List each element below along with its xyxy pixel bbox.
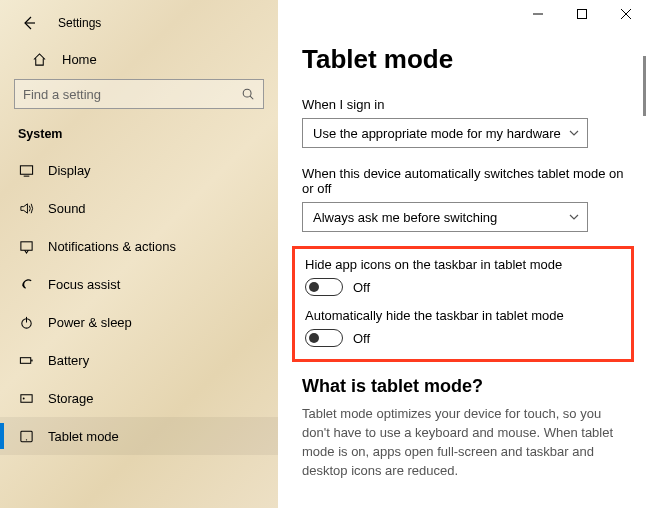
focus-assist-icon xyxy=(18,276,34,292)
sidebar-item-label: Storage xyxy=(48,391,94,406)
svg-point-7 xyxy=(22,397,24,399)
chevron-down-icon xyxy=(569,212,579,222)
signin-dropdown[interactable]: Use the appropriate mode for my hardware xyxy=(302,118,588,148)
signin-label: When I sign in xyxy=(302,97,624,112)
svg-rect-10 xyxy=(578,10,587,19)
minimize-button[interactable] xyxy=(516,0,560,28)
sidebar-item-label: Display xyxy=(48,163,91,178)
toggle-state: Off xyxy=(353,331,370,346)
nav-home[interactable]: Home xyxy=(0,42,278,79)
search-icon xyxy=(241,87,255,101)
storage-icon xyxy=(18,390,34,406)
sub-heading: What is tablet mode? xyxy=(302,376,624,397)
sidebar-item-tablet-mode[interactable]: Tablet mode xyxy=(0,417,278,455)
sidebar-item-battery[interactable]: Battery xyxy=(0,341,278,379)
sidebar-item-label: Battery xyxy=(48,353,89,368)
sound-icon xyxy=(18,200,34,216)
scrollbar[interactable] xyxy=(643,56,646,116)
maximize-button[interactable] xyxy=(560,0,604,28)
tablet-icon xyxy=(18,428,34,444)
hide-taskbar-toggle[interactable] xyxy=(305,329,343,347)
sidebar-item-sound[interactable]: Sound xyxy=(0,189,278,227)
page-title: Tablet mode xyxy=(302,44,624,75)
toggle-state: Off xyxy=(353,280,370,295)
sidebar: Settings Home System Display Sound xyxy=(0,0,278,508)
toggle-label: Hide app icons on the taskbar in tablet … xyxy=(305,257,621,272)
sidebar-item-power-sleep[interactable]: Power & sleep xyxy=(0,303,278,341)
svg-rect-1 xyxy=(20,165,32,173)
description: Tablet mode optimizes your device for to… xyxy=(302,405,624,480)
section-label: System xyxy=(0,123,278,151)
sidebar-item-label: Notifications & actions xyxy=(48,239,176,254)
svg-rect-4 xyxy=(20,357,30,363)
dropdown-value: Use the appropriate mode for my hardware xyxy=(313,126,561,141)
highlight-box: Hide app icons on the taskbar in tablet … xyxy=(292,246,634,362)
svg-rect-5 xyxy=(31,359,32,361)
display-icon xyxy=(18,162,34,178)
sidebar-item-label: Focus assist xyxy=(48,277,120,292)
sidebar-item-notifications[interactable]: Notifications & actions xyxy=(0,227,278,265)
sidebar-item-focus-assist[interactable]: Focus assist xyxy=(0,265,278,303)
switch-label: When this device automatically switches … xyxy=(302,166,624,196)
home-icon xyxy=(32,52,48,67)
sidebar-item-label: Sound xyxy=(48,201,86,216)
search-input[interactable] xyxy=(14,79,264,109)
power-icon xyxy=(18,314,34,330)
sidebar-item-display[interactable]: Display xyxy=(0,151,278,189)
svg-point-9 xyxy=(25,439,26,440)
notifications-icon xyxy=(18,238,34,254)
sidebar-item-label: Power & sleep xyxy=(48,315,132,330)
chevron-down-icon xyxy=(569,128,579,138)
sidebar-item-label: Tablet mode xyxy=(48,429,119,444)
close-button[interactable] xyxy=(604,0,648,28)
svg-rect-6 xyxy=(20,394,31,402)
svg-rect-2 xyxy=(20,241,31,249)
svg-point-0 xyxy=(243,89,251,97)
window-title: Settings xyxy=(58,16,101,30)
toggle-label: Automatically hide the taskbar in tablet… xyxy=(305,308,621,323)
nav-home-label: Home xyxy=(62,52,97,67)
main-content: Tablet mode When I sign in Use the appro… xyxy=(278,0,648,508)
switch-dropdown[interactable]: Always ask me before switching xyxy=(302,202,588,232)
sidebar-item-storage[interactable]: Storage xyxy=(0,379,278,417)
dropdown-value: Always ask me before switching xyxy=(313,210,497,225)
back-button[interactable] xyxy=(18,12,40,34)
hide-icons-toggle[interactable] xyxy=(305,278,343,296)
battery-icon xyxy=(18,352,34,368)
